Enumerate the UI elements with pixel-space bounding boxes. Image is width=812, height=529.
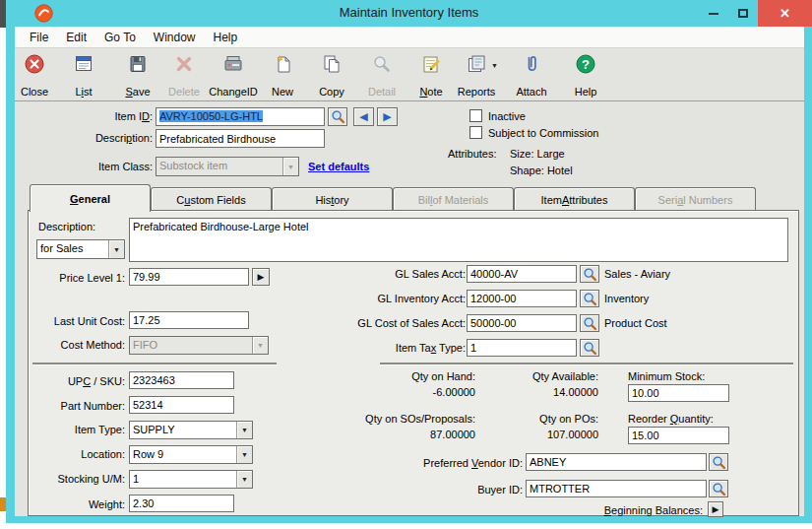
part-number-label: Part Number:	[29, 400, 125, 412]
copy-icon	[320, 52, 344, 76]
gl-inventory-lookup-button[interactable]	[580, 290, 599, 307]
menu-file[interactable]: File	[21, 28, 57, 47]
gl-cos-desc: Product Cost	[604, 317, 667, 329]
toolbar-note-button[interactable]: Note	[409, 52, 453, 98]
item-tax-field[interactable]	[467, 339, 577, 357]
location-value: Row 9	[133, 448, 163, 460]
tab-custom-fields[interactable]: Custom Fields	[151, 187, 272, 211]
left-separator	[32, 363, 277, 364]
item-tax-lookup-button[interactable]	[580, 339, 599, 357]
price-level1-field[interactable]	[129, 268, 249, 286]
toolbar-save-label: Save	[125, 87, 150, 98]
previous-record-button[interactable]: ◀	[353, 107, 374, 126]
item-type-combo[interactable]: SUPPLY▼	[129, 421, 253, 439]
upc-sku-label: UPC / SKU:	[29, 375, 125, 387]
beginning-balances-button[interactable]: ▶	[708, 501, 723, 517]
description-for-combo[interactable]: for Sales▼	[36, 239, 125, 259]
reorder-quantity-field[interactable]	[628, 427, 729, 444]
toolbar-detail-label: Detail	[368, 87, 396, 98]
gl-cos-lookup-button[interactable]	[580, 314, 599, 332]
stocking-um-label: Stocking U/M:	[29, 473, 125, 485]
toolbar-changeid-label: ChangeID	[209, 87, 258, 98]
toolbar-copy-label: Copy	[319, 87, 344, 98]
menu-help[interactable]: Help	[205, 28, 247, 47]
gl-cos-label: GL Cost of Sales Acct:	[269, 317, 466, 329]
last-unit-cost-field[interactable]	[129, 311, 249, 329]
toolbar-new-button[interactable]: New	[261, 52, 304, 98]
inactive-label: Inactive	[488, 110, 526, 122]
preferred-vendor-label: Preferred Vendor ID:	[375, 457, 523, 469]
description-textarea[interactable]: Prefabricated Birdhouse-Large Hotel	[129, 218, 788, 262]
magnifier-icon	[712, 482, 726, 496]
next-arrow-icon: ▶	[383, 111, 391, 122]
location-combo[interactable]: Row 9▼	[129, 445, 253, 464]
magnifier-icon	[583, 267, 597, 282]
magnifier-icon	[583, 292, 597, 306]
gl-inventory-field[interactable]	[467, 290, 577, 307]
set-defaults-link[interactable]: Set defaults	[308, 161, 369, 172]
upc-sku-field[interactable]	[129, 371, 234, 389]
tab-history[interactable]: History	[272, 187, 393, 211]
commission-checkbox[interactable]	[469, 126, 482, 139]
item-id-label: Item ID:	[54, 110, 153, 122]
part-number-field[interactable]	[129, 396, 234, 414]
right-separator	[380, 363, 793, 364]
item-id-lookup-button[interactable]	[328, 107, 347, 126]
gl-sales-field[interactable]	[467, 265, 577, 283]
client-area: File Edit Go To Window Help Close	[15, 27, 804, 516]
toolbar-reports-button[interactable]: ▼ Reports	[452, 52, 501, 98]
gl-sales-lookup-button[interactable]	[580, 265, 599, 283]
qty-pos-value: 107.00000	[480, 429, 598, 440]
menu-goto[interactable]: Go To	[95, 28, 145, 47]
menu-edit[interactable]: Edit	[57, 28, 95, 47]
item-type-value: SUPPLY	[133, 424, 175, 435]
price-level-expand-button[interactable]: ▶	[252, 268, 270, 286]
toolbar-attach-label: Attach	[516, 87, 546, 98]
toolbar-help-label: Help	[575, 87, 597, 98]
tab-item-attributes[interactable]: Item Attributes	[514, 187, 635, 211]
minimize-button[interactable]	[699, 0, 728, 27]
toolbar-note-label: Note	[419, 87, 442, 98]
magnifier-icon	[712, 455, 726, 470]
weight-label: Weight:	[29, 498, 125, 510]
toolbar-copy-button[interactable]: Copy	[310, 52, 353, 98]
tab-bill-of-materials: Bill of Materials	[393, 187, 514, 211]
gl-cos-field[interactable]	[467, 314, 577, 332]
close-window-button[interactable]: ✕	[758, 0, 812, 27]
item-tax-label: Item Tax Type:	[269, 342, 466, 354]
tab-strip: General Custom Fields History Bill of Ma…	[15, 184, 804, 211]
magnifier-icon	[583, 316, 597, 331]
weight-field[interactable]	[129, 495, 234, 512]
item-id-field[interactable]: AVRY-10050-LG-HTL	[156, 107, 325, 126]
preferred-vendor-field[interactable]	[526, 453, 707, 471]
maximize-button[interactable]	[728, 0, 758, 27]
next-record-button[interactable]: ▶	[377, 107, 398, 126]
toolbar-list-button[interactable]: List	[62, 52, 105, 98]
right-arrow-icon: ▶	[258, 273, 265, 282]
toolbar-list-label: List	[75, 87, 92, 98]
toolbar-changeid-button[interactable]: ChangeID	[206, 52, 261, 98]
list-icon	[72, 52, 95, 76]
buyer-id-lookup-button[interactable]	[709, 480, 728, 497]
tab-general[interactable]: General	[30, 184, 151, 212]
stocking-um-combo[interactable]: 1▼	[129, 470, 253, 489]
buyer-id-field[interactable]	[526, 480, 707, 497]
menu-window[interactable]: Window	[145, 28, 205, 47]
chevron-down-icon: ▼	[236, 446, 252, 463]
chevron-down-icon: ▼	[282, 158, 298, 175]
preferred-vendor-lookup-button[interactable]	[709, 453, 728, 471]
toolbar-attach-button[interactable]: Attach	[510, 52, 553, 98]
toolbar-save-button[interactable]: Save	[116, 52, 159, 98]
toolbar-close-button[interactable]: Close	[15, 52, 54, 98]
last-unit-cost-label: Last Unit Cost:	[29, 315, 125, 327]
window-title: Maintain Inventory Items	[6, 5, 812, 20]
toolbar-help-button[interactable]: ? Help	[564, 52, 607, 98]
changeid-icon	[221, 52, 245, 76]
inactive-checkbox[interactable]	[469, 109, 482, 122]
attributes-label: Attributes:	[448, 148, 497, 160]
description-field[interactable]	[156, 129, 325, 148]
toolbar-delete-button: Delete	[162, 52, 206, 98]
reports-dropdown-caret[interactable]: ▼	[491, 62, 498, 69]
minimum-stock-field[interactable]	[628, 384, 729, 402]
detail-icon	[370, 52, 394, 76]
